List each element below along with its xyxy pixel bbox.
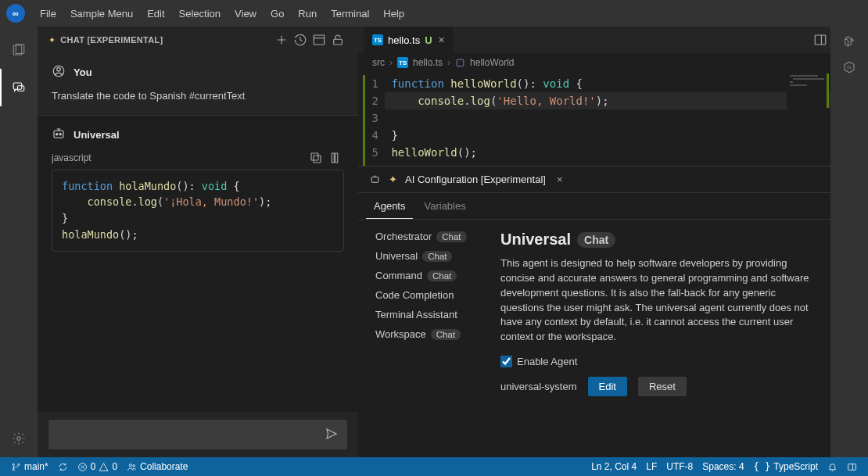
enable-agent-checkbox[interactable]: Enable Agent — [500, 356, 820, 367]
sync-indicator[interactable] — [53, 457, 73, 476]
svg-point-11 — [59, 133, 61, 134]
user-message: Translate the code to Spanish #currentTe… — [52, 88, 344, 104]
system-label: universal-system — [500, 381, 577, 392]
tab-agents[interactable]: Agents — [366, 195, 413, 219]
editor-tab-hello[interactable]: TS hello.ts U × — [364, 27, 453, 53]
minimap[interactable] — [787, 73, 829, 136]
agent-detail-title: Universal — [500, 231, 571, 249]
svg-point-20 — [18, 463, 20, 465]
bot-icon — [369, 174, 381, 185]
editor-tabs: TS hello.ts U × — [358, 27, 830, 53]
svg-point-10 — [56, 133, 58, 134]
agent-workspace[interactable]: WorkspaceChat — [375, 328, 483, 340]
svg-rect-12 — [314, 156, 321, 163]
copy-icon[interactable] — [307, 151, 325, 165]
robot-avatar-icon — [52, 127, 66, 143]
breadcrumbs[interactable]: src › TS hello.ts › helloWorld — [358, 53, 830, 72]
insert-icon[interactable] — [325, 151, 344, 165]
svg-rect-15 — [457, 59, 464, 66]
assistant-name: Universal — [74, 129, 120, 141]
svg-point-23 — [133, 464, 135, 467]
notifications-icon[interactable] — [823, 457, 842, 476]
agent-detail-badge: Chat — [577, 232, 615, 248]
explorer-icon[interactable] — [0, 31, 38, 69]
tab-label: hello.ts — [388, 34, 420, 46]
typescript-file-icon: TS — [372, 34, 383, 45]
split-editor-icon[interactable] — [810, 33, 830, 47]
menu-file[interactable]: File — [33, 0, 63, 27]
close-tab-icon[interactable]: × — [439, 34, 445, 46]
chat-title: CHAT [EXPERIMENTAL] — [60, 35, 272, 45]
send-icon[interactable] — [325, 427, 339, 443]
menu-help[interactable]: Help — [376, 0, 411, 27]
breadcrumb-folder[interactable]: src — [372, 57, 385, 68]
menubar: ∞ FileSample MenuEditSelectionViewGoRunT… — [0, 0, 868, 27]
breadcrumb-symbol[interactable]: helloWorld — [470, 57, 514, 68]
agent-terminal-assistant[interactable]: Terminal Assistant — [375, 309, 483, 320]
eol[interactable]: LF — [641, 457, 662, 476]
layout-icon[interactable] — [310, 33, 328, 47]
encoding[interactable]: UTF-8 — [662, 457, 698, 476]
menu-terminal[interactable]: Terminal — [324, 0, 376, 27]
app-logo: ∞ — [6, 4, 25, 23]
line-gutter: 1 2 3 4 5 — [363, 75, 385, 166]
ai-config-panel: ✦ AI Configuration [Experimental] × Agen… — [358, 166, 830, 457]
agent-orchestrator[interactable]: OrchestratorChat — [375, 231, 483, 242]
menu-edit[interactable]: Edit — [140, 0, 171, 27]
branch-indicator[interactable]: main* — [6, 457, 53, 476]
svg-rect-16 — [371, 177, 378, 182]
status-bar: main* 0 0 Collaborate Ln 2, Col 4 LF UTF… — [0, 457, 868, 476]
reset-button[interactable]: Reset — [638, 377, 687, 396]
edit-button[interactable]: Edit — [588, 377, 627, 396]
editor-pane[interactable]: 1 2 3 4 5 function helloWorld(): void { … — [358, 72, 830, 166]
svg-rect-5 — [314, 35, 325, 45]
svg-text:0x: 0x — [847, 65, 852, 70]
breadcrumb-file[interactable]: hello.ts — [413, 57, 443, 68]
menu-selection[interactable]: Selection — [172, 0, 228, 27]
tab-modified-indicator: U — [425, 34, 432, 46]
activity-bar — [0, 27, 38, 457]
agent-detail-description: This agent is designed to help software … — [500, 256, 820, 345]
sparkle-icon: ✦ — [48, 35, 56, 45]
svg-rect-13 — [311, 153, 318, 160]
chat-input[interactable] — [48, 420, 347, 449]
lock-icon[interactable] — [328, 33, 347, 47]
svg-rect-6 — [334, 39, 343, 45]
history-icon[interactable] — [291, 33, 310, 47]
svg-rect-9 — [54, 131, 63, 138]
agent-list: OrchestratorChatUniversalChatCommandChat… — [375, 231, 483, 449]
menu-sample-menu[interactable]: Sample Menu — [63, 0, 140, 27]
errors-warnings[interactable]: 0 0 — [73, 457, 122, 476]
agent-universal[interactable]: UniversalChat — [375, 250, 483, 262]
svg-point-18 — [13, 463, 14, 465]
new-chat-icon[interactable] — [272, 33, 291, 47]
svg-rect-3 — [18, 86, 24, 91]
svg-point-22 — [129, 463, 131, 466]
chat-icon[interactable] — [0, 69, 38, 106]
layout-toggle-icon[interactable] — [842, 457, 862, 476]
menu-go[interactable]: Go — [264, 0, 291, 27]
hex-icon[interactable]: 0x — [842, 60, 856, 77]
svg-rect-24 — [848, 463, 856, 470]
editor-content[interactable]: function helloWorld(): void { console.lo… — [385, 75, 830, 166]
svg-point-4 — [17, 437, 21, 441]
collaborate[interactable]: Collaborate — [122, 457, 192, 476]
agent-command[interactable]: CommandChat — [375, 270, 483, 281]
cursor-position[interactable]: Ln 2, Col 4 — [586, 457, 641, 476]
svg-rect-14 — [815, 35, 826, 45]
chat-sidebar: ✦ CHAT [EXPERIMENTAL] You Translate the … — [38, 27, 358, 457]
menu-view[interactable]: View — [228, 0, 264, 27]
agent-code-completion[interactable]: Code Completion — [375, 289, 483, 301]
svg-point-19 — [13, 468, 14, 470]
svg-point-8 — [57, 68, 61, 72]
indentation[interactable]: Spaces: 4 — [698, 457, 748, 476]
user-name: You — [74, 66, 92, 78]
outline-icon[interactable] — [842, 34, 856, 51]
menu-run[interactable]: Run — [291, 0, 324, 27]
right-activity-bar: 0x — [830, 27, 868, 457]
tab-variables[interactable]: Variables — [416, 195, 473, 219]
settings-gear-icon[interactable] — [0, 420, 38, 457]
typescript-file-icon: TS — [397, 57, 408, 68]
language-mode[interactable]: { } TypeScript — [749, 457, 823, 476]
code-language: javascript — [52, 152, 307, 163]
